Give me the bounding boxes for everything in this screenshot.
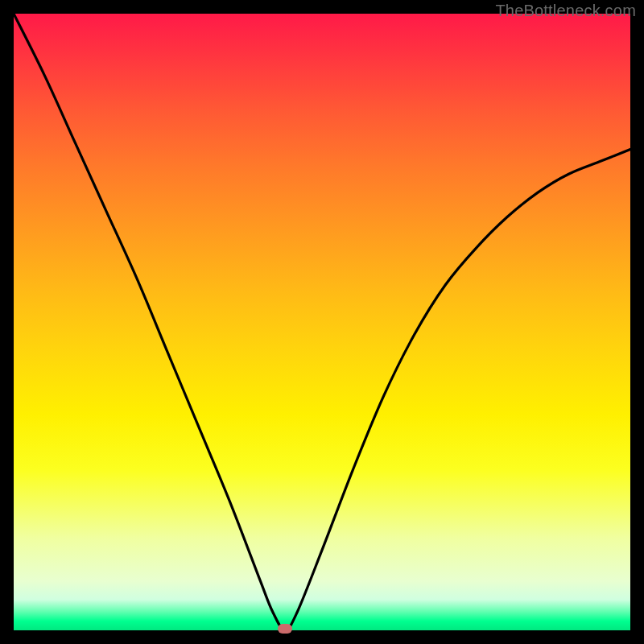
bottleneck-marker xyxy=(278,624,292,634)
curve-svg xyxy=(14,14,630,630)
bottleneck-curve xyxy=(14,14,630,630)
plot-area xyxy=(14,14,630,630)
watermark-text: TheBottleneck.com xyxy=(495,2,636,20)
chart-frame: TheBottleneck.com xyxy=(0,0,644,644)
